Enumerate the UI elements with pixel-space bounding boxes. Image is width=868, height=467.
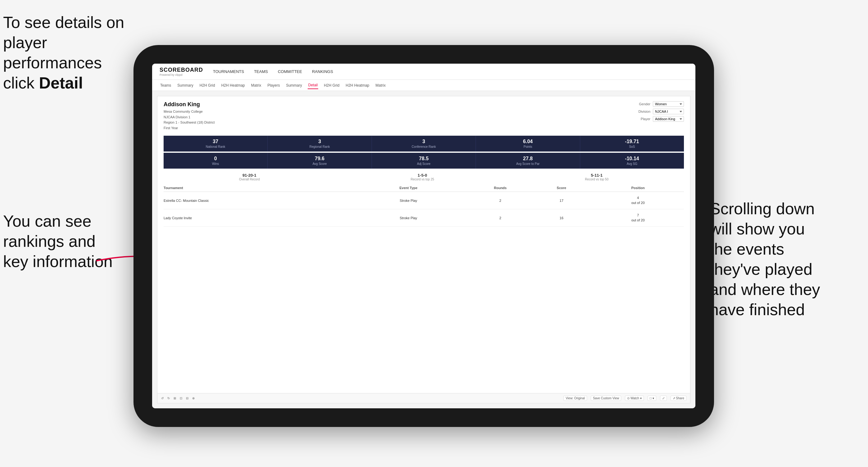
toolbar-minus-icon[interactable]: ⊡ — [180, 397, 182, 400]
toolbar-save-custom[interactable]: Save Custom View — [591, 396, 621, 401]
toolbar-undo-icon[interactable]: ↺ — [161, 397, 164, 400]
annotation-bottom-left: You can see rankings and key information — [3, 211, 133, 272]
stat-adj-score: 78.5 Adj Score — [372, 153, 476, 168]
toolbar-share[interactable]: ⇗ Share — [671, 396, 686, 401]
tablet-screen: SCOREBOARD Powered by clippd TOURNAMENTS… — [152, 64, 695, 408]
logo-text: SCOREBOARD — [160, 67, 203, 73]
logo-sub: Powered by clippd — [160, 73, 203, 76]
td-score-1: 17 — [531, 199, 592, 203]
tab-h2h-grid2[interactable]: H2H Grid — [323, 82, 340, 89]
toolbar-grid-icon[interactable]: ⊞ — [174, 397, 176, 400]
tab-h2h-grid[interactable]: H2H Grid — [199, 82, 216, 89]
td-tournament-2: Lady Coyote Invite — [164, 216, 347, 220]
stat-regional-rank: 3 Regional Rank — [268, 136, 372, 152]
main-content: Addison King Mesa Community College NJCA… — [152, 91, 695, 408]
toolbar-plus-icon[interactable]: ⊕ — [192, 397, 195, 400]
th-rounds: Rounds — [470, 186, 531, 190]
tab-h2h-heatmap2[interactable]: H2H Heatmap — [345, 82, 370, 89]
filter-player-select[interactable]: Addison King — [653, 116, 684, 122]
table-header: Tournament Event Type Rounds Score Posit… — [164, 184, 684, 192]
nav-rankings[interactable]: RANKINGS — [312, 68, 333, 75]
records-row: 91-20-1 Overall Record 1-5-0 Record vs t… — [157, 170, 690, 184]
filter-division-label: Division — [638, 110, 650, 113]
tab-players[interactable]: Players — [267, 82, 280, 89]
filter-gender-label: Gender — [639, 102, 650, 106]
bottom-toolbar: ↺ ↻ ⊞ ⊡ ⊟ ⊕ View: Original Save Custom V… — [157, 393, 690, 403]
stats-row-2: 0 Wins 79.6 Avg Score 78.5 Adj Score 27.… — [164, 153, 684, 168]
tab-matrix[interactable]: Matrix — [251, 82, 262, 89]
td-rounds-1: 2 — [470, 199, 531, 203]
player-name: Addison King — [164, 101, 215, 108]
td-position-2: 7 out of 20 — [592, 213, 684, 223]
td-type-2: Stroke Play — [347, 216, 470, 220]
td-rounds-2: 2 — [470, 216, 531, 220]
nav-teams[interactable]: TEAMS — [254, 68, 268, 75]
tablet-frame: SCOREBOARD Powered by clippd TOURNAMENTS… — [133, 45, 714, 427]
stat-sos: -19.71 SoS — [580, 136, 684, 152]
tournament-table: Tournament Event Type Rounds Score Posit… — [164, 184, 684, 393]
filter-player-label: Player — [641, 117, 650, 121]
th-position: Position — [592, 186, 684, 190]
nav-committee[interactable]: COMMITTEE — [278, 68, 302, 75]
filter-division-select[interactable]: NJCAA I — [653, 109, 684, 114]
record-top50: 5-11-1 Record vs top 50 — [585, 173, 609, 181]
nav-tournaments[interactable]: TOURNAMENTS — [213, 68, 244, 75]
stat-wins: 0 Wins — [164, 153, 268, 168]
nav-items: TOURNAMENTS TEAMS COMMITTEE RANKINGS — [213, 68, 333, 75]
stats-row-1: 37 National Rank 3 Regional Rank 3 Confe… — [164, 136, 684, 152]
stat-points: 6.04 Points — [476, 136, 580, 152]
table-row: Lady Coyote Invite Stroke Play 2 16 7 ou… — [164, 209, 684, 227]
th-event-type: Event Type — [347, 186, 470, 190]
th-tournament: Tournament — [164, 186, 347, 190]
filter-gender-row: Gender Women — [639, 101, 684, 107]
player-division: NJCAA Division 1 — [164, 115, 215, 120]
toolbar-screen[interactable]: □ ▾ — [648, 396, 656, 401]
tab-h2h-heatmap[interactable]: H2H Heatmap — [221, 82, 246, 89]
player-region: Region 1 - Southwest (18) District — [164, 120, 215, 125]
td-score-2: 16 — [531, 216, 592, 220]
player-filters: Gender Women Division NJCAA I — [638, 101, 684, 122]
tab-summary2[interactable]: Summary — [285, 82, 302, 89]
player-info: Addison King Mesa Community College NJCA… — [164, 101, 215, 131]
toolbar-redo-icon[interactable]: ↻ — [167, 397, 170, 400]
filter-player-row: Player Addison King — [641, 116, 684, 122]
stat-avg-score-to-par: 27.8 Avg Score to Par — [476, 153, 580, 168]
tab-teams[interactable]: Teams — [160, 82, 172, 89]
top-nav: SCOREBOARD Powered by clippd TOURNAMENTS… — [152, 64, 695, 80]
filter-division-row: Division NJCAA I — [638, 109, 684, 114]
td-type-1: Stroke Play — [347, 199, 470, 203]
record-overall: 91-20-1 Overall Record — [239, 173, 260, 181]
record-top25: 1-5-0 Record vs top 25 — [411, 173, 434, 181]
stat-avg-sg: -10.14 Avg SG — [580, 153, 684, 168]
stat-conference-rank: 3 Conference Rank — [372, 136, 476, 152]
toolbar-expand[interactable]: ⤢ — [660, 396, 667, 401]
th-score: Score — [531, 186, 592, 190]
toolbar-watch[interactable]: ⊙ Watch ▾ — [625, 396, 644, 401]
td-position-1: 4 out of 20 — [592, 196, 684, 205]
toolbar-view-original[interactable]: View: Original — [563, 396, 587, 401]
tab-summary[interactable]: Summary — [177, 82, 194, 89]
detail-header: Addison King Mesa Community College NJCA… — [157, 96, 690, 136]
td-tournament-1: Estrella CC- Mountain Classic — [164, 199, 347, 203]
filter-gender-select[interactable]: Women — [653, 101, 684, 107]
tab-matrix2[interactable]: Matrix — [375, 82, 386, 89]
tab-detail[interactable]: Detail — [308, 82, 318, 89]
toolbar-range-icon[interactable]: ⊟ — [186, 397, 188, 400]
annotation-top-left: To see details on player performances cl… — [3, 12, 133, 93]
annotation-right: Scrolling down will show you the events … — [710, 199, 865, 320]
stat-national-rank: 37 National Rank — [164, 136, 268, 152]
sub-nav: Teams Summary H2H Grid H2H Heatmap Matri… — [152, 80, 695, 91]
player-year: First Year — [164, 125, 215, 131]
logo-area: SCOREBOARD Powered by clippd — [160, 67, 203, 76]
detail-card: Addison King Mesa Community College NJCA… — [157, 96, 690, 403]
stat-avg-score: 79.6 Avg Score — [268, 153, 372, 168]
table-row: Estrella CC- Mountain Classic Stroke Pla… — [164, 192, 684, 209]
player-school: Mesa Community College — [164, 109, 215, 115]
